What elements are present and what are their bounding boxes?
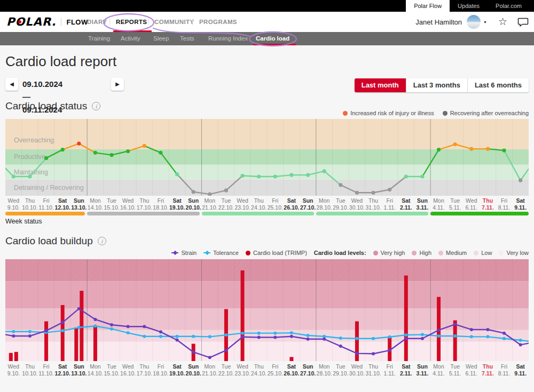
flow-product-label: FLOW	[61, 18, 88, 26]
nav-item-community[interactable]: COMMUNITY	[154, 12, 194, 32]
svg-text:Detraining / Recovering: Detraining / Recovering	[14, 184, 84, 191]
axis-day-name: Wed	[5, 363, 22, 370]
nav-separator	[192, 19, 193, 25]
axis-day-name: Wed	[464, 197, 480, 204]
axis-day-name: Fri	[153, 197, 169, 204]
nav-item-diary[interactable]: DIARY	[87, 12, 107, 32]
buildup-chart-svg	[5, 259, 529, 361]
subnav-item-activity[interactable]: Activity	[121, 32, 140, 45]
axis-day-name: Thu	[22, 363, 38, 370]
axis-date: 25.10.	[267, 204, 284, 211]
topbar-tab-polar-flow[interactable]: Polar Flow	[406, 0, 450, 12]
axis-label-wed-23-10: Wed23.10.	[234, 363, 251, 378]
axis-day-name: Sat	[169, 363, 185, 370]
axis-label-wed-16-10: Wed16.10.	[120, 363, 136, 378]
legend-label: Tolerance	[213, 250, 239, 256]
week-status-segment-maintaining	[316, 212, 428, 215]
subnav-item-training[interactable]: Training	[88, 32, 110, 45]
axis-label-fri-1-11: Fri1.11.	[381, 363, 398, 378]
range-button-last-3-months[interactable]: Last 3 months	[406, 78, 467, 92]
axis-day-name: Fri	[153, 363, 169, 370]
axis-day-name: Fri	[38, 197, 54, 204]
axis-day-name: Fri	[381, 197, 398, 204]
axis-date: 27.10.	[300, 370, 316, 377]
axis-day-name: Thu	[250, 197, 267, 204]
axis-date: 26.10.	[284, 204, 300, 211]
axis-date: 13.10.	[71, 204, 88, 211]
axis-day-name: Thu	[365, 197, 382, 204]
axis-day-name: Tue	[447, 197, 464, 204]
axis-date: 24.10.	[250, 370, 267, 377]
axis-date: 27.10.	[300, 204, 316, 211]
legend-label: Cardio load (TRIMP)	[253, 250, 307, 256]
axis-date: 12.10.	[54, 204, 71, 211]
legend-label: Strain	[181, 250, 197, 256]
subnav-item-running-index[interactable]: Running Index	[208, 32, 248, 45]
nav-item-reports[interactable]: REPORTS	[116, 12, 147, 32]
axis-day-name: Sat	[284, 197, 300, 204]
favorites-star-icon[interactable]: ☆	[498, 12, 507, 32]
topbar-tab-updates[interactable]: Updates	[450, 0, 488, 12]
legend-item-recovering-after-overreaching: Recovering after overreaching	[443, 110, 529, 116]
legend-diamond-icon	[205, 251, 209, 255]
feedback-chat-icon[interactable]	[517, 18, 529, 27]
axis-label-thu-31-10: Thu31.10.	[365, 363, 382, 378]
subnav-item-tests[interactable]: Tests	[180, 32, 194, 45]
axis-label-wed-30-10: Wed30.10.	[349, 363, 365, 378]
reports-subnav: TrainingActivitySleepTestsRunning IndexC…	[0, 32, 534, 45]
level-item-low: Low	[474, 250, 492, 256]
range-button-last-6-months[interactable]: Last 6 months	[467, 78, 529, 92]
axis-date: 9.11.	[512, 370, 529, 377]
axis-date: 6.11.	[464, 204, 480, 211]
axis-date: 31.10.	[365, 204, 382, 211]
axis-day-name: Sat	[284, 363, 300, 370]
topbar-tab-polar-com[interactable]: Polar.com	[488, 0, 530, 12]
axis-label-fri-18-10: Fri18.10.	[153, 197, 169, 212]
week-status-segment-detraining	[87, 212, 199, 215]
subnav-item-sleep[interactable]: Sleep	[153, 32, 169, 45]
axis-label-mon-28-10: Mon28.10.	[316, 363, 333, 378]
axis-label-sat-2-11: Sat2.11.	[398, 363, 414, 378]
status-info-icon[interactable]: i	[92, 102, 100, 110]
axis-label-sat-19-10: Sat19.10.	[169, 197, 185, 212]
axis-date: 3.11.	[414, 370, 431, 377]
user-avatar[interactable]	[467, 15, 481, 29]
range-button-last-month[interactable]: Last month	[355, 78, 406, 92]
axis-day-name: Tue	[333, 197, 349, 204]
logo-text: POLAR.	[6, 15, 56, 28]
axis-day-name: Tue	[218, 197, 234, 204]
axis-day-name: Fri	[267, 197, 284, 204]
buildup-info-icon[interactable]: i	[98, 237, 106, 245]
axis-date: 4.11.	[430, 204, 447, 211]
user-name[interactable]: Janet Hamilton	[415, 18, 462, 26]
axis-date: 14.10.	[87, 204, 104, 211]
axis-date: 10.10.	[22, 204, 38, 211]
nav-item-programs[interactable]: PROGRAMS	[199, 12, 237, 32]
axis-day-name: Tue	[104, 197, 120, 204]
axis-date: 11.10.	[38, 204, 54, 211]
axis-label-wed-9-10: Wed9.10.	[5, 363, 22, 378]
user-menu-caret-icon[interactable]: ▼	[483, 20, 487, 24]
axis-day-name: Wed	[464, 363, 480, 370]
axis-label-fri-8-11: Fri8.11.	[496, 363, 513, 378]
prev-period-button[interactable]	[5, 78, 18, 91]
axis-day-name: Sat	[169, 197, 185, 204]
legend-dot-icon	[343, 111, 348, 116]
cardio-load-status-chart[interactable]: OverreachingProductiveMaintainingDetrain…	[5, 119, 529, 196]
axis-label-sun-13-10: Sun13.10.	[71, 197, 88, 212]
page-title: Cardio load report	[5, 53, 116, 70]
axis-day-name: Mon	[430, 363, 447, 370]
polar-logo[interactable]: POLAR. FLOW	[6, 12, 88, 32]
axis-day-name: Wed	[234, 197, 251, 204]
axis-label-thu-7-11: Thu7.11.	[480, 197, 496, 212]
cardio-load-buildup-chart[interactable]	[5, 259, 529, 361]
axis-date: 29.10.	[333, 370, 349, 377]
axis-label-mon-21-10: Mon21.10.	[202, 197, 218, 212]
axis-label-thu-10-10: Thu10.10.	[22, 363, 38, 378]
axis-date: 28.10.	[316, 204, 333, 211]
week-status-label: Week status	[5, 218, 42, 225]
axis-date: 1.11.	[381, 370, 398, 377]
axis-label-thu-10-10: Thu10.10.	[22, 197, 38, 212]
next-period-button[interactable]	[111, 78, 124, 91]
axis-day-name: Mon	[430, 197, 447, 204]
